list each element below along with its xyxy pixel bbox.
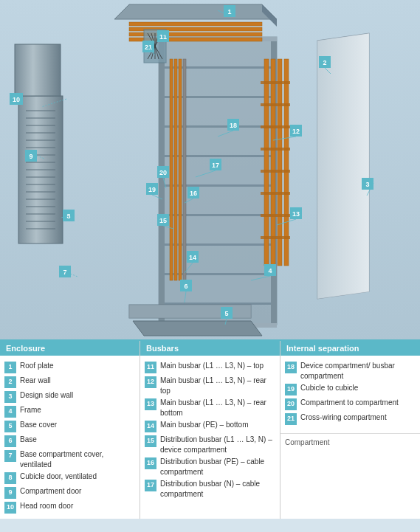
svg-rect-20 xyxy=(278,59,282,266)
svg-text:3: 3 xyxy=(365,181,369,188)
legend-text-16: Distribution busbar (PE) – cable compart… xyxy=(160,457,275,477)
legend-text-8: Cubicle door, ventilated xyxy=(20,471,97,482)
legend-col-enclosure: Enclosure 1 Roof plate 2 Rear wall 3 Des… xyxy=(0,341,140,519)
legend-text-3: Design side wall xyxy=(20,390,73,401)
list-item: 15 Distribution busbar (L1 … L3, N) – de… xyxy=(145,435,275,455)
svg-rect-53 xyxy=(170,59,173,280)
legend-text-11: Main busbar (L1 … L3, N) – top xyxy=(160,361,264,371)
svg-rect-24 xyxy=(261,125,290,128)
legend-text-10: Head room door xyxy=(20,501,73,511)
legend-items-enclosure: 1 Roof plate 2 Rear wall 3 Design side w… xyxy=(0,356,140,519)
legend-text-13: Main busbar (L1 … L3, N) – rear bottom xyxy=(160,398,275,418)
legend-items-busbars: 11 Main busbar (L1 … L3, N) – top 12 Mai… xyxy=(140,356,280,504)
svg-rect-21 xyxy=(284,59,289,266)
legend-num-13: 13 xyxy=(145,398,156,410)
svg-rect-18 xyxy=(264,59,269,266)
legend-num-3: 3 xyxy=(4,391,16,403)
legend-header-row: Enclosure 1 Roof plate 2 Rear wall 3 Des… xyxy=(0,341,420,519)
svg-rect-28 xyxy=(261,214,290,217)
list-item: 7 Base compartment cover, ventilated xyxy=(4,449,135,469)
legend-col-header-internal: Internal separation xyxy=(280,341,420,356)
svg-rect-22 xyxy=(261,81,290,84)
legend-text-17: Distribution busbar (N) – cable compartm… xyxy=(160,479,275,499)
list-item: 19 Cubicle to cubicle xyxy=(285,383,416,395)
legend-text-1: Roof plate xyxy=(20,361,54,371)
list-item: 14 Main busbar (PE) – bottom xyxy=(145,420,275,432)
legend-num-18: 18 xyxy=(285,362,297,373)
svg-text:6: 6 xyxy=(184,283,187,290)
list-item: 17 Distribution busbar (N) – cable compa… xyxy=(145,479,275,499)
list-item: 13 Main busbar (L1 … L3, N) – rear botto… xyxy=(145,398,275,418)
bottom-label: Compartment xyxy=(280,433,420,449)
svg-text:13: 13 xyxy=(292,210,300,218)
legend-num-8: 8 xyxy=(4,472,16,484)
svg-text:15: 15 xyxy=(159,217,167,224)
svg-rect-25 xyxy=(261,148,290,151)
legend-text-12: Main busbar (L1 … L3, N) – rear top xyxy=(160,376,275,395)
legend-num-19: 19 xyxy=(285,384,297,395)
legend-num-11: 11 xyxy=(145,362,156,373)
legend-num-9: 9 xyxy=(4,487,16,499)
list-item: 4 Frame xyxy=(4,405,135,418)
svg-rect-2 xyxy=(317,33,369,299)
svg-rect-49 xyxy=(129,22,262,26)
diagram-area: SIVACON xyxy=(0,0,420,339)
legend-text-7: Base compartment cover, ventilated xyxy=(20,449,135,469)
legend-items-internal: 18 Device compartment/ busbar compartmen… xyxy=(280,356,420,430)
svg-text:18: 18 xyxy=(230,122,237,129)
legend-num-15: 15 xyxy=(145,435,156,447)
legend-num-20: 20 xyxy=(285,398,297,410)
svg-rect-27 xyxy=(261,192,290,195)
legend-text-21: Cross-wiring compartment xyxy=(300,412,387,423)
legend-num-10: 10 xyxy=(4,502,16,514)
svg-rect-56 xyxy=(183,59,186,280)
svg-rect-54 xyxy=(174,59,177,280)
list-item: 10 Head room door xyxy=(4,501,135,514)
legend-col-internal: Internal separation 18 Device compartmen… xyxy=(280,341,420,519)
legend-text-18: Device compartment/ busbar compartment xyxy=(300,361,416,381)
svg-text:20: 20 xyxy=(159,169,167,176)
legend-text-19: Cubicle to cubicle xyxy=(300,383,358,393)
list-item: 9 Compartment door xyxy=(4,486,135,499)
svg-text:14: 14 xyxy=(189,254,196,261)
legend-num-1: 1 xyxy=(4,362,16,373)
legend-col-header-enclosure: Enclosure xyxy=(0,341,140,356)
svg-text:1: 1 xyxy=(227,8,231,15)
legend-text-15: Distribution busbar (L1 … L3, N) – devic… xyxy=(160,435,275,455)
list-item: 8 Cubicle door, ventilated xyxy=(4,471,135,484)
legend-text-9: Compartment door xyxy=(20,486,81,497)
list-item: 2 Rear wall xyxy=(4,376,135,388)
svg-text:16: 16 xyxy=(190,190,197,197)
svg-rect-23 xyxy=(261,103,290,106)
svg-text:5: 5 xyxy=(224,310,228,317)
svg-text:2: 2 xyxy=(323,59,326,66)
legend-col-busbars: Busbars 11 Main busbar (L1 … L3, N) – to… xyxy=(140,341,280,519)
list-item: 11 Main busbar (L1 … L3, N) – top xyxy=(145,361,275,373)
legend-num-14: 14 xyxy=(145,421,156,432)
legend-text-6: Base xyxy=(20,435,37,445)
legend-text-20: Compartment to compartment xyxy=(300,398,399,408)
legend-area: Enclosure 1 Roof plate 2 Rear wall 3 Des… xyxy=(0,339,420,519)
svg-rect-64 xyxy=(129,305,251,318)
svg-text:12: 12 xyxy=(292,128,300,135)
svg-rect-19 xyxy=(271,59,275,266)
svg-text:7: 7 xyxy=(63,269,66,276)
list-item: 1 Roof plate xyxy=(4,361,135,373)
svg-rect-26 xyxy=(261,170,290,173)
svg-text:4: 4 xyxy=(268,267,272,274)
legend-num-16: 16 xyxy=(145,457,156,469)
svg-text:17: 17 xyxy=(212,162,219,169)
legend-num-6: 6 xyxy=(4,435,16,447)
legend-num-17: 17 xyxy=(145,480,156,491)
legend-text-14: Main busbar (PE) – bottom xyxy=(160,420,249,430)
svg-text:10: 10 xyxy=(13,96,20,103)
legend-num-12: 12 xyxy=(145,376,156,388)
legend-num-7: 7 xyxy=(4,450,16,462)
list-item: 3 Design side wall xyxy=(4,390,135,403)
legend-num-5: 5 xyxy=(4,421,16,432)
list-item: 18 Device compartment/ busbar compartmen… xyxy=(285,361,416,381)
svg-rect-55 xyxy=(179,59,182,280)
list-item: 20 Compartment to compartment xyxy=(285,398,416,410)
legend-col-header-busbars: Busbars xyxy=(140,341,280,356)
svg-rect-48 xyxy=(15,44,61,96)
